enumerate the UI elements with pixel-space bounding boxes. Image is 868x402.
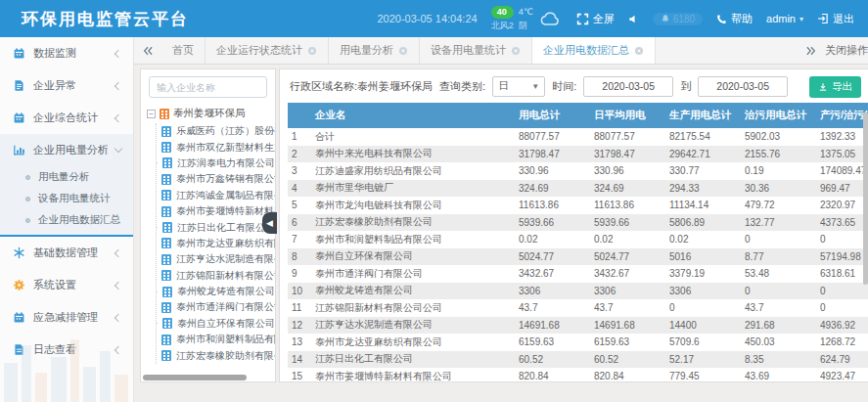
tabs-scroll-right-icon[interactable]: [805, 45, 817, 57]
tree-item-company-12[interactable]: 泰州自立环保有限公司: [157, 316, 275, 332]
column-header-5[interactable]: 产污/治污(用: [816, 109, 868, 122]
table-vertical-scrollbar[interactable]: [863, 105, 868, 381]
column-header-2[interactable]: 日平均用电: [590, 109, 665, 122]
app-window: 环保用电监管云平台 2020-03-05 14:04:24 40 4℃ 北风2 …: [0, 0, 868, 402]
tree-root-0[interactable]: −泰州姜堰环保局: [147, 104, 275, 123]
value-cell: 31798.47: [515, 149, 590, 159]
close-operations-menu[interactable]: 关闭操作: [825, 43, 868, 58]
tree-item-company-7[interactable]: 泰州市龙达亚麻纺织有限公司: [157, 236, 275, 251]
tree-horizontal-scrollbar[interactable]: [143, 375, 273, 380]
date-to-input[interactable]: [698, 76, 788, 97]
tree-item-company-0[interactable]: 乐威医药（江苏）股份有限公司: [157, 123, 275, 139]
building-icon: [161, 238, 171, 248]
tab-close-icon[interactable]: [511, 46, 521, 56]
tabs-scroll-left-icon[interactable]: [134, 37, 161, 64]
logout-label: 退出: [833, 12, 854, 26]
column-header-4[interactable]: 治污用电总计: [741, 109, 816, 122]
table-row[interactable]: 1合计88077.5788077.5782175.545902.031392.3…: [288, 128, 868, 146]
tree-item-company-2[interactable]: 江苏润泰电力有限公司: [157, 156, 275, 171]
column-header-3[interactable]: 生产用电总计: [665, 109, 741, 122]
table-row[interactable]: 11江苏锦阳新材料有限公司公司43.743.7043.70: [288, 299, 868, 317]
sidebar-subitem-power-analysis-2[interactable]: 企业用电数据汇总: [0, 209, 133, 231]
tree-item-company-14[interactable]: 江苏宏泰橡胶助剂有限公司: [157, 347, 275, 363]
tree-item-company-1[interactable]: 泰州市双亿新型材料生产有限公司: [157, 139, 275, 155]
tree-item-company-8[interactable]: 江苏亨达水泥制造有限公司: [157, 251, 275, 267]
value-cell: 324.69: [515, 183, 590, 194]
building-icon: [161, 350, 171, 361]
value-cell: 14691.68: [590, 320, 665, 331]
collapse-panel-button[interactable]: ◀: [262, 212, 277, 234]
help-button[interactable]: 帮助: [716, 12, 753, 26]
value-cell: 3432.67: [590, 268, 665, 279]
table-row[interactable]: 13泰州市龙达亚麻纺织有限公司6159.636159.635709.6450.0…: [288, 334, 868, 351]
company-name-cell: 江苏日出化工有限公司: [311, 352, 515, 366]
fullscreen-button[interactable]: 全屏: [576, 12, 615, 26]
value-cell: 29642.71: [665, 149, 741, 159]
tree-item-company-4[interactable]: 江苏鸿诚金属制品有限公司: [157, 188, 275, 203]
column-header-1[interactable]: 用电总计: [515, 109, 590, 122]
user-menu[interactable]: admin ▾: [766, 13, 803, 24]
sidebar-item-company-statistics[interactable]: 企业综合统计: [0, 102, 133, 134]
export-button[interactable]: 导出: [809, 76, 861, 98]
tab-1[interactable]: 企业运行状态统计: [206, 37, 329, 64]
tree-item-company-10[interactable]: 泰州蛟龙铸造有限公司: [157, 284, 275, 299]
tree-item-company-11[interactable]: 泰州市通洋阀门有限公司: [157, 299, 275, 315]
tab-3[interactable]: 设备用电量统计: [420, 37, 532, 64]
table-row[interactable]: 14江苏日出化工有限公司60.5260.5252.178.35624.79: [288, 351, 868, 369]
tab-4[interactable]: 企业用电数据汇总: [532, 37, 656, 64]
tab-close-icon[interactable]: [398, 46, 408, 56]
tab-0[interactable]: 首页: [161, 37, 206, 64]
sidebar-item-power-analysis[interactable]: 企业用电量分析: [0, 134, 133, 166]
table-row[interactable]: 4泰州市里华电镀厂324.69324.69294.3330.36969.47: [288, 180, 868, 198]
fullscreen-icon: [576, 13, 589, 25]
table-row[interactable]: 2泰州中来光电科技有限公司31798.4731798.4729642.71215…: [288, 146, 868, 163]
table-row[interactable]: 7泰州市和润塑料制品有限公司0.020.020.0200: [288, 231, 868, 248]
notification-badge[interactable]: 6180: [653, 13, 703, 25]
chevron-down-icon: ▾: [799, 15, 803, 23]
sidebar-item-company-abnormal[interactable]: 企业异常: [0, 69, 133, 102]
table-row[interactable]: 9泰州市通洋阀门有限公司3432.673432.673379.1953.4863…: [288, 265, 868, 283]
sidebar-item-system-settings[interactable]: 系统设置: [0, 269, 133, 301]
tree-root-1[interactable]: −上海市马陆工业园: [147, 364, 275, 366]
table-row[interactable]: 12江苏亨达水泥制造有限公司14691.6814691.6814400291.6…: [288, 317, 868, 335]
table-row[interactable]: 15泰州市姜堰博特新材料有限公司820.84820.84779.4543.694…: [288, 368, 868, 382]
table-body: 1合计88077.5788077.5782175.545902.031392.3…: [288, 128, 868, 382]
company-name-cell: 泰州中来光电科技有限公司: [311, 147, 515, 160]
value-cell: 53.48: [741, 268, 816, 279]
table-row[interactable]: 8泰州自立环保有限公司5024.775024.7750168.7757194.9…: [288, 248, 868, 266]
tree-item-company-3[interactable]: 泰州市万鑫铸钢有限公司: [157, 171, 275, 187]
tree-item-company-6[interactable]: 江苏日出化工有限公司: [157, 219, 275, 235]
value-cell: 5016: [665, 251, 741, 262]
tab-2[interactable]: 用电量分析: [329, 37, 420, 64]
date-from-input[interactable]: [583, 76, 673, 97]
logout-button[interactable]: 退出: [817, 12, 854, 26]
value-cell: 132.77: [741, 217, 816, 228]
table-row[interactable]: 6江苏宏泰橡胶助剂有限公司5939.665939.665806.89132.77…: [288, 214, 868, 232]
weather-condition-label: 阴: [519, 20, 533, 32]
tree-item-company-5[interactable]: 泰州市姜堰博特新材料有限公司: [157, 203, 275, 219]
value-cell: 5902.03: [741, 131, 816, 142]
tree-item-label: 泰州自立环保有限公司: [177, 317, 275, 331]
value-cell: 0: [816, 302, 868, 313]
sidebar-subitem-power-analysis-0[interactable]: 用电量分析: [0, 166, 133, 188]
tree-collapse-icon[interactable]: −: [147, 110, 156, 118]
value-cell: 2155.76: [741, 149, 816, 159]
company-name-cell: 泰州市姜堰博特新材料有限公司: [311, 370, 515, 382]
fullscreen-label: 全屏: [593, 12, 615, 26]
search-input[interactable]: [149, 76, 267, 98]
column-header-0[interactable]: 企业名: [311, 109, 515, 122]
sidebar-item-emergency-reduction[interactable]: 应急减排管理: [0, 301, 133, 334]
table-row[interactable]: 10泰州蛟龙铸造有限公司33063306330600: [288, 283, 868, 300]
tree-item-company-13[interactable]: 泰州市和润塑料制品有限公司: [157, 332, 275, 347]
tab-close-icon[interactable]: [634, 46, 644, 56]
mute-icon[interactable]: [628, 14, 639, 24]
sidebar-item-log-view[interactable]: 日志查看: [0, 334, 133, 366]
sidebar-item-base-data[interactable]: 基础数据管理: [0, 237, 133, 269]
query-type-select[interactable]: 日 ▼: [492, 76, 545, 97]
tree-item-company-9[interactable]: 江苏锦阳新材料有限公司公司: [157, 268, 275, 284]
sidebar-subitem-power-analysis-1[interactable]: 设备用电量统计: [0, 188, 133, 209]
table-row[interactable]: 5泰州市龙沟电镀科技有限公司11613.8611613.8611134.1447…: [288, 197, 868, 214]
tab-close-icon[interactable]: [307, 46, 317, 56]
sidebar-item-data-monitor[interactable]: 数据监测: [0, 37, 133, 69]
table-row[interactable]: 3江苏迪盛家用纺织品有限公司330.96330.96330.770.191740…: [288, 162, 868, 180]
